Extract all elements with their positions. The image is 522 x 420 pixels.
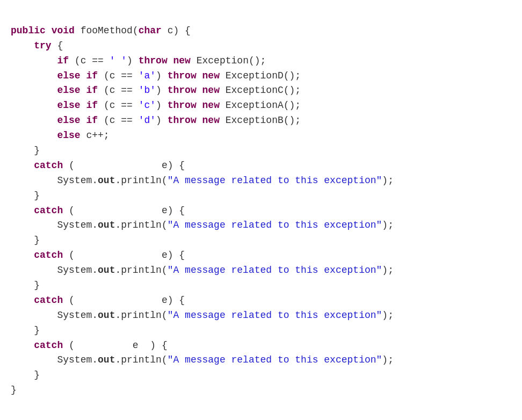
line-11: System.out.println("A message related to… xyxy=(11,175,394,186)
line-10: catch ( e) { xyxy=(11,160,185,171)
line-24: } xyxy=(11,370,40,380)
line-5: else if (c == 'b') throw new ExceptionC(… xyxy=(11,85,301,96)
line-3: if (c == ' ') throw new Exception(); xyxy=(11,55,266,66)
line-22: catch ( e ) { xyxy=(11,340,168,351)
line-16: catch ( e) { xyxy=(11,250,185,260)
line-18: } xyxy=(11,280,40,291)
line-25: } xyxy=(11,385,17,395)
line-7: else if (c == 'd') throw new ExceptionB(… xyxy=(11,115,301,126)
line-12: } xyxy=(11,190,40,201)
line-21: } xyxy=(11,325,40,336)
line-9: } xyxy=(11,145,40,156)
line-2: try { xyxy=(11,40,63,51)
line-4: else if (c == 'a') throw new ExceptionD(… xyxy=(11,70,301,81)
line-13: catch ( e) { xyxy=(11,205,185,216)
line-6: else if (c == 'c') throw new ExceptionA(… xyxy=(11,100,301,111)
line-15: } xyxy=(11,235,40,245)
line-14: System.out.println("A message related to… xyxy=(11,220,394,230)
line-19: catch ( e) { xyxy=(11,295,185,306)
line-17: System.out.println("A message related to… xyxy=(11,265,394,276)
line-23: System.out.println("A message related to… xyxy=(11,354,394,365)
line-8: else c++; xyxy=(11,130,110,141)
line-1: public void fooMethod(char c) { xyxy=(11,25,191,36)
line-20: System.out.println("A message related to… xyxy=(11,310,394,321)
code-display: public void fooMethod(char c) { try { if… xyxy=(11,9,511,398)
